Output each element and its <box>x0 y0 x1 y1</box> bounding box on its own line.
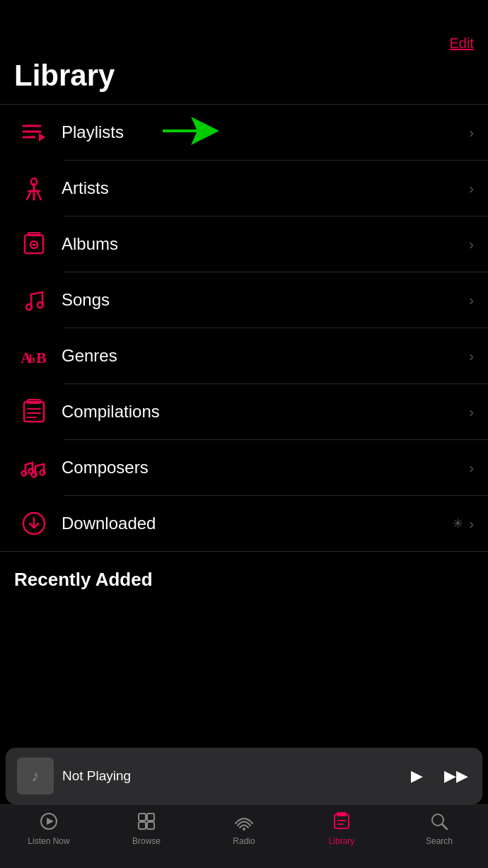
svg-marker-3 <box>163 117 219 145</box>
albums-icon <box>14 231 53 257</box>
compilations-icon <box>14 398 53 425</box>
songs-label: Songs <box>62 290 469 310</box>
svg-point-13 <box>26 304 32 310</box>
play-button[interactable]: ▶ <box>408 764 426 788</box>
browse-label: Browse <box>132 836 161 846</box>
search-icon <box>430 812 448 833</box>
downloaded-label: Downloaded <box>62 514 453 533</box>
tab-bar: Listen Now Browse Radio <box>0 804 488 868</box>
downloaded-spinner: ✳ <box>453 516 463 531</box>
header: Edit <box>0 0 488 59</box>
svg-point-14 <box>37 302 43 308</box>
genres-icon: A b B <box>14 343 53 369</box>
list-item-songs[interactable]: Songs › <box>0 272 488 328</box>
playlists-chevron: › <box>469 125 474 141</box>
svg-rect-18 <box>24 402 44 422</box>
list-item-artists[interactable]: Artists › <box>0 161 488 216</box>
svg-text:B: B <box>36 349 47 366</box>
radio-label: Radio <box>233 836 255 846</box>
library-list: Playlists › Artists › <box>0 105 488 552</box>
genres-chevron: › <box>469 348 474 364</box>
downloaded-icon <box>14 511 53 536</box>
tab-library[interactable]: Library <box>313 812 370 846</box>
svg-point-12 <box>33 243 35 246</box>
svg-point-35 <box>243 828 245 831</box>
page-title-wrap: Library <box>0 59 488 104</box>
list-item-genres[interactable]: A b B Genres › <box>0 328 488 383</box>
browse-icon <box>137 812 156 833</box>
skip-forward-button[interactable]: ▶▶ <box>441 764 471 788</box>
music-note-icon: ♪ <box>32 767 40 785</box>
mini-player[interactable]: ♪ Not Playing ▶ ▶▶ <box>6 748 482 804</box>
tab-listen-now[interactable]: Listen Now <box>21 812 77 846</box>
artists-chevron: › <box>469 180 474 197</box>
artists-icon <box>14 175 53 201</box>
list-item-compilations[interactable]: Compilations › <box>0 384 488 439</box>
search-label: Search <box>426 836 453 846</box>
list-item-albums[interactable]: Albums › <box>0 216 488 272</box>
tab-browse[interactable]: Browse <box>118 812 175 846</box>
svg-point-25 <box>31 473 36 478</box>
svg-rect-34 <box>147 822 154 829</box>
svg-rect-32 <box>147 814 154 821</box>
mini-player-controls: ▶ ▶▶ <box>408 764 471 788</box>
listen-now-icon <box>40 812 58 833</box>
composers-label: Composers <box>62 458 469 478</box>
radio-icon <box>234 812 254 833</box>
albums-label: Albums <box>62 234 469 254</box>
svg-line-41 <box>442 824 447 829</box>
svg-point-26 <box>40 470 45 475</box>
artists-label: Artists <box>62 178 469 198</box>
svg-point-23 <box>21 471 26 476</box>
composers-icon <box>14 455 53 480</box>
svg-line-8 <box>37 191 41 199</box>
tab-radio[interactable]: Radio <box>216 812 272 846</box>
genres-label: Genres <box>62 346 469 366</box>
songs-chevron: › <box>469 292 474 308</box>
list-item-composers[interactable]: Composers › <box>0 440 488 495</box>
songs-icon <box>14 287 53 313</box>
svg-rect-31 <box>139 814 146 821</box>
list-item-downloaded[interactable]: Downloaded ✳ › <box>0 496 488 551</box>
svg-rect-33 <box>139 822 146 829</box>
downloaded-chevron: › <box>469 516 474 532</box>
edit-button[interactable]: Edit <box>450 35 474 52</box>
svg-line-7 <box>27 191 31 199</box>
mini-player-artwork: ♪ <box>17 758 54 794</box>
composers-chevron: › <box>469 460 474 476</box>
albums-chevron: › <box>469 236 474 253</box>
tab-search[interactable]: Search <box>411 812 467 846</box>
green-arrow-annotation <box>163 115 219 149</box>
compilations-label: Compilations <box>62 402 469 422</box>
list-item-playlists[interactable]: Playlists › <box>0 105 488 160</box>
recently-added-heading: Recently Added <box>0 552 488 591</box>
library-label: Library <box>329 836 355 846</box>
library-icon <box>332 812 351 833</box>
mini-player-title: Not Playing <box>62 768 408 784</box>
compilations-chevron: › <box>469 404 474 420</box>
svg-marker-30 <box>47 818 54 825</box>
listen-now-label: Listen Now <box>28 836 69 846</box>
playlists-icon <box>14 119 53 146</box>
playlists-label: Playlists <box>62 122 469 142</box>
svg-text:b: b <box>29 353 35 365</box>
page-title: Library <box>14 59 474 93</box>
